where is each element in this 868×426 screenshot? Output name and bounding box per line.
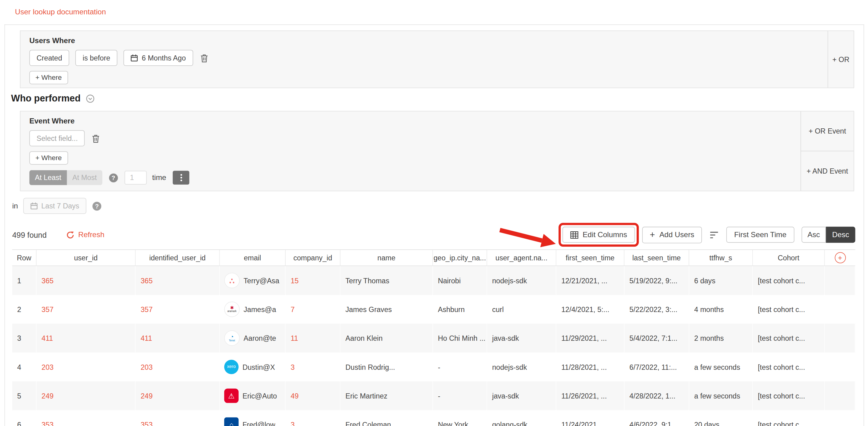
table-row[interactable]: 2 357 357 James@a 7 James Graves Ashburn…: [12, 295, 855, 323]
cell-identified-user-id[interactable]: 411: [135, 323, 220, 352]
times-unit-label: time: [152, 174, 166, 182]
cell-user-id[interactable]: 203: [37, 353, 136, 381]
cell-name: Terry Thomas: [340, 266, 433, 295]
cell-user-id[interactable]: 365: [37, 266, 136, 295]
cell-user-agent: nodejs-sdk: [487, 266, 556, 295]
cell-last-seen: 4/6/2022, 9:1: [624, 410, 689, 426]
more-options-button[interactable]: [173, 171, 189, 184]
cell-identified-user-id[interactable]: 365: [135, 266, 220, 295]
collapse-chevron-icon[interactable]: [86, 94, 94, 103]
filter-icon[interactable]: [709, 231, 719, 238]
doc-link[interactable]: User lookup documentation: [15, 8, 106, 16]
cell-email: Dustin@X: [220, 353, 286, 381]
cell-last-seen: 4/28/2022, 1...: [624, 381, 689, 410]
cell-company-id[interactable]: 49: [286, 381, 341, 410]
add-and-event-button[interactable]: + AND Event: [801, 151, 854, 191]
cell-user-id[interactable]: 411: [37, 323, 136, 352]
table-row[interactable]: 6 353 353 Fred@low 3 Fred Coleman New Yo…: [12, 410, 855, 426]
plus-icon: +: [650, 230, 655, 239]
kebab-icon: [180, 177, 182, 178]
table-row[interactable]: 5 249 249 Eric@Auto 49 Eric Martinez - j…: [12, 381, 855, 410]
cell-user-agent: java-sdk: [487, 381, 556, 410]
cell-identified-user-id[interactable]: 203: [135, 353, 220, 381]
cell-company-id[interactable]: 15: [286, 266, 341, 295]
sort-desc-button[interactable]: Desc: [826, 227, 856, 243]
at-most-toggle[interactable]: At Most: [67, 170, 102, 185]
add-users-button[interactable]: + Add Users: [642, 226, 702, 243]
add-or-event-button[interactable]: + OR Event: [801, 112, 854, 151]
cell-company-id[interactable]: 11: [286, 323, 341, 352]
timeframe-chip[interactable]: Last 7 Days: [23, 198, 86, 214]
add-column-button[interactable]: +: [834, 252, 845, 263]
col-first-seen-time[interactable]: first_seen_time: [556, 250, 624, 265]
cell-identified-user-id[interactable]: 249: [135, 381, 220, 410]
table-header-row: Row user_id identified_user_id email com…: [12, 249, 855, 266]
cell-identified-user-id[interactable]: 353: [135, 410, 220, 426]
annotation-arrow: [498, 226, 557, 250]
table-row[interactable]: 4 203 203 Dustin@X 3 Dustin Rodrig... - …: [12, 353, 855, 381]
help-icon[interactable]: ?: [109, 173, 118, 182]
col-row[interactable]: Row: [12, 250, 37, 265]
cell-identified-user-id[interactable]: 357: [135, 295, 220, 323]
col-user-agent[interactable]: user_agent.na...: [487, 250, 556, 265]
sort-asc-button[interactable]: Asc: [802, 227, 826, 243]
table-grid-icon: [570, 231, 578, 238]
col-company-id[interactable]: company_id: [286, 250, 341, 265]
cell-row-number: 3: [12, 323, 37, 352]
field-chip[interactable]: Created: [29, 50, 69, 66]
refresh-button[interactable]: Refresh: [66, 231, 104, 239]
cell-email: Eric@Auto: [220, 381, 286, 410]
select-field-dropdown[interactable]: Select field...: [29, 130, 85, 146]
operator-chip[interactable]: is before: [75, 50, 118, 66]
email-text: Fred@low: [242, 421, 275, 426]
cell-user-agent: curl: [487, 295, 556, 323]
cell-cohort: [test cohort c...: [753, 353, 825, 381]
add-users-label: Add Users: [659, 231, 694, 239]
cell-company-id[interactable]: 3: [286, 410, 341, 426]
cell-user-id[interactable]: 357: [37, 295, 136, 323]
user-lookup-page: User lookup documentation Users Where Cr…: [0, 0, 868, 426]
col-name[interactable]: name: [340, 250, 433, 265]
company-logo-avatar: [224, 418, 239, 426]
users-where-panel: Users Where Created is before 6 Months A…: [20, 31, 854, 88]
email-text: Terry@Asa: [244, 276, 279, 285]
cell-user-agent: nodejs-sdk: [487, 353, 556, 381]
col-ttfhw[interactable]: ttfhw_s: [689, 250, 753, 265]
sort-field-button[interactable]: First Seen Time: [726, 227, 794, 243]
cell-user-id[interactable]: 249: [37, 381, 136, 410]
cell-row-number: 5: [12, 381, 37, 410]
times-count-input[interactable]: 1: [125, 171, 147, 184]
cell-first-seen: 11/24/2021: [556, 410, 624, 426]
col-cohort[interactable]: Cohort: [753, 250, 825, 265]
cell-user-id[interactable]: 353: [37, 410, 136, 426]
trash-icon[interactable]: [200, 54, 208, 62]
trash-icon[interactable]: [92, 134, 100, 143]
at-least-toggle[interactable]: At Least: [29, 170, 67, 185]
col-email[interactable]: email: [220, 250, 286, 265]
add-or-button[interactable]: + OR: [828, 31, 854, 88]
cell-actions: [825, 323, 856, 352]
edit-columns-button[interactable]: Edit Columns: [562, 227, 635, 243]
results-count: 499 found: [12, 230, 47, 239]
cell-actions: [825, 381, 856, 410]
col-identified-user-id[interactable]: identified_user_id: [135, 250, 220, 265]
cell-ttfhw: a few seconds: [689, 353, 753, 381]
cell-geo-city: Nairobi: [433, 266, 487, 295]
col-geo-city[interactable]: geo_ip.city_na...: [433, 250, 487, 265]
col-user-id[interactable]: user_id: [37, 250, 136, 265]
cell-geo-city: New York: [433, 410, 487, 426]
cell-company-id[interactable]: 3: [286, 353, 341, 381]
table-row[interactable]: 1 365 365 Terry@Asa 15 Terry Thomas Nair…: [12, 266, 855, 295]
cell-geo-city: Ho Chi Minh ...: [433, 323, 487, 352]
cell-geo-city: -: [433, 381, 487, 410]
add-where-button[interactable]: + Where: [29, 71, 68, 84]
users-where-title: Users Where: [29, 37, 818, 45]
help-icon[interactable]: ?: [92, 201, 101, 210]
cell-company-id[interactable]: 7: [286, 295, 341, 323]
email-text: James@a: [244, 305, 276, 313]
cell-name: Eric Martinez: [340, 381, 433, 410]
table-row[interactable]: 3 411 411 Aaron@te 11 Aaron Klein Ho Chi…: [12, 323, 855, 352]
add-where-button[interactable]: + Where: [29, 151, 68, 165]
col-last-seen-time[interactable]: last_seen_time: [624, 250, 689, 265]
date-value-chip[interactable]: 6 Months Ago: [124, 50, 193, 66]
